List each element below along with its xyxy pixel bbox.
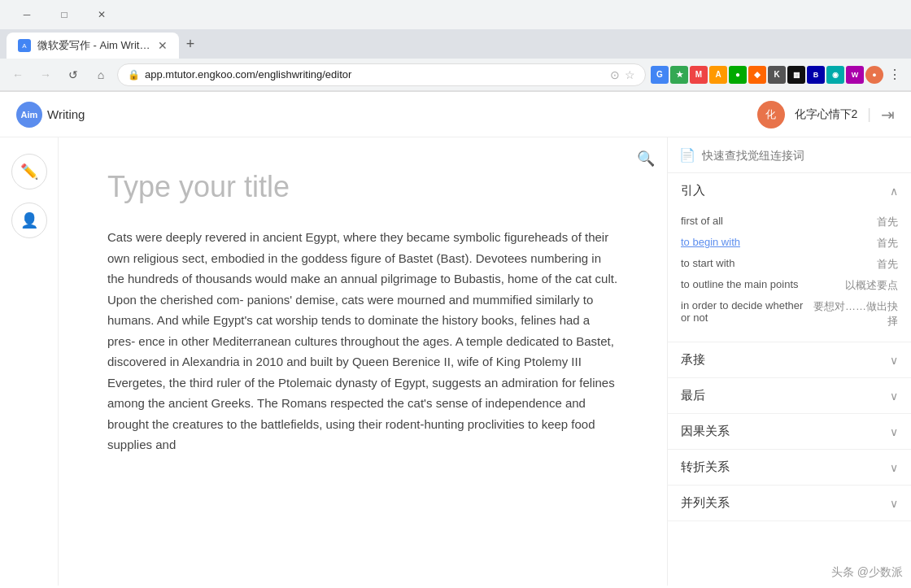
section-finally-header[interactable]: 最后 ∨ [668, 378, 911, 413]
phrase-zh: 以概述要点 [845, 278, 898, 293]
phrase-row: first of all 首先 [681, 211, 898, 233]
phrase-zh: 首先 [877, 215, 898, 229]
phrase-search-icon: 📄 [679, 147, 695, 163]
phrase-sections: 引入 ∧ first of all 首先 to begin with 首先 [668, 173, 911, 586]
section-parallel-label: 并列关系 [681, 495, 730, 511]
browser-menu-button[interactable]: ⋮ [885, 65, 904, 85]
star-icon[interactable]: ☆ [625, 68, 635, 81]
app-header: Aim Writing 化 化字心情下2 | ⇥ [0, 92, 911, 137]
extensions-area: G ★ M A ● ◆ K ▦ B ◉ W ● ⋮ [651, 65, 904, 85]
chevron-down-icon: ∨ [890, 425, 898, 438]
section-carry-header[interactable]: 承接 ∨ [668, 342, 911, 377]
ext-icon-9[interactable]: B [807, 66, 825, 84]
tab-favicon: A [18, 39, 31, 52]
section-contrast-header[interactable]: 转折关系 ∨ [668, 450, 911, 485]
phrase-en: first of all [681, 215, 723, 227]
back-button[interactable]: ← [7, 63, 29, 86]
active-tab[interactable]: A 微软爱写作 - Aim Writing ✕ [7, 33, 179, 59]
ext-icon-2[interactable]: ★ [670, 66, 688, 84]
lock-icon: 🔒 [128, 69, 140, 81]
url-text: app.mtutor.engkoo.com/englishwriting/edi… [145, 68, 605, 81]
phrase-zh: 要想对……做出抉择 [811, 299, 898, 329]
phrase-search-input[interactable] [702, 149, 900, 162]
section-causal-header[interactable]: 因果关系 ∨ [668, 414, 911, 449]
maximize-button[interactable]: □ [46, 3, 83, 26]
phrase-search-bar: 📄 [668, 137, 911, 173]
logo-writing-text: Writing [47, 107, 85, 121]
section-contrast: 转折关系 ∨ [668, 450, 911, 486]
user-avatar-small[interactable]: ● [865, 66, 883, 84]
section-intro: 引入 ∧ first of all 首先 to begin with 首先 [668, 173, 911, 342]
phrase-zh: 首先 [877, 236, 898, 250]
close-button[interactable]: ✕ [83, 3, 120, 26]
section-carry: 承接 ∨ [668, 342, 911, 378]
chevron-up-icon: ∧ [890, 185, 898, 198]
section-parallel-header[interactable]: 并列关系 ∨ [668, 486, 911, 520]
sidebar: ✏️ 👤 [0, 137, 59, 586]
phrase-en: to outline the main points [681, 278, 799, 290]
user-name: 化字心情下2 [795, 107, 858, 122]
editor-content[interactable]: Cats were deeply revered in ancient Egyp… [107, 227, 618, 455]
ext-icon-8[interactable]: ▦ [787, 66, 805, 84]
chevron-down-icon: ∨ [890, 390, 898, 403]
section-intro-label: 引入 [681, 183, 705, 198]
section-carry-label: 承接 [681, 352, 705, 368]
phrase-row: to begin with 首先 [681, 233, 898, 254]
pencil-tool-button[interactable]: ✏️ [11, 154, 47, 189]
minimize-button[interactable]: ─ [8, 3, 46, 26]
ext-icon-4[interactable]: A [709, 66, 727, 84]
watermark-text: 头条 @少数派 [831, 565, 903, 578]
ext-icon-1[interactable]: G [651, 66, 669, 84]
editor-container[interactable]: Type your title Cats were deeply revered… [59, 137, 667, 586]
logo-aim-text: Aim [21, 110, 38, 120]
section-intro-header[interactable]: 引入 ∧ [668, 173, 911, 208]
section-finally-label: 最后 [681, 388, 705, 403]
ext-icon-11[interactable]: W [846, 66, 864, 84]
ext-icon-6[interactable]: ◆ [748, 66, 766, 84]
home-button[interactable]: ⌂ [89, 63, 112, 86]
tab-title: 微软爱写作 - Aim Writing [37, 38, 151, 53]
phrase-list-intro: first of all 首先 to begin with 首先 to star… [668, 208, 911, 342]
section-parallel: 并列关系 ∨ [668, 486, 911, 521]
phrase-zh: 首先 [877, 257, 898, 272]
app-logo: Aim Writing [16, 102, 85, 128]
editor-search-button[interactable]: 🔍 [633, 146, 659, 172]
section-causal: 因果关系 ∨ [668, 414, 911, 450]
section-contrast-label: 转折关系 [681, 460, 730, 475]
title-placeholder[interactable]: Type your title [107, 170, 618, 204]
header-right: 化 化字心情下2 | ⇥ [757, 101, 895, 128]
address-bar[interactable]: 🔒 app.mtutor.engkoo.com/englishwriting/e… [117, 63, 646, 86]
new-tab-button[interactable]: + [179, 33, 202, 55]
ext-icon-3[interactable]: M [690, 66, 708, 84]
phrase-row: to outline the main points 以概述要点 [681, 275, 898, 296]
app-body: ✏️ 👤 Type your title Cats were deeply re… [0, 137, 911, 586]
tab-close-button[interactable]: ✕ [158, 39, 168, 52]
chevron-down-icon: ∨ [890, 354, 898, 367]
phrase-en: in order to decide whether or not [681, 299, 811, 324]
logo-icon: Aim [16, 102, 42, 128]
phrase-row: to start with 首先 [681, 254, 898, 275]
refresh-button[interactable]: ↺ [62, 63, 85, 86]
watermark: 头条 @少数派 [831, 565, 903, 580]
pencil-icon: ✏️ [20, 163, 38, 181]
ext-icon-10[interactable]: ◉ [826, 66, 844, 84]
main-editor-area: Type your title Cats were deeply revered… [59, 137, 667, 586]
user-tool-button[interactable]: 👤 [11, 203, 47, 238]
chevron-down-icon: ∨ [890, 461, 898, 474]
person-icon: 👤 [20, 211, 38, 229]
ext-icon-5[interactable]: ● [729, 66, 747, 84]
ext-icon-7[interactable]: K [768, 66, 786, 84]
section-causal-label: 因果关系 [681, 424, 730, 439]
phrase-en: to start with [681, 257, 734, 269]
phrase-en-linked[interactable]: to begin with [681, 236, 740, 248]
forward-button[interactable]: → [34, 63, 57, 86]
section-finally: 最后 ∨ [668, 378, 911, 414]
phrase-row: in order to decide whether or not 要想对……做… [681, 296, 898, 332]
logout-button[interactable]: ⇥ [881, 105, 895, 124]
right-panel: 📄 引入 ∧ first of all 首先 [667, 137, 911, 586]
chevron-down-icon: ∨ [890, 497, 898, 510]
user-avatar[interactable]: 化 [757, 101, 785, 128]
page-info-icon[interactable]: ⊙ [610, 68, 620, 81]
divider: | [867, 106, 871, 123]
